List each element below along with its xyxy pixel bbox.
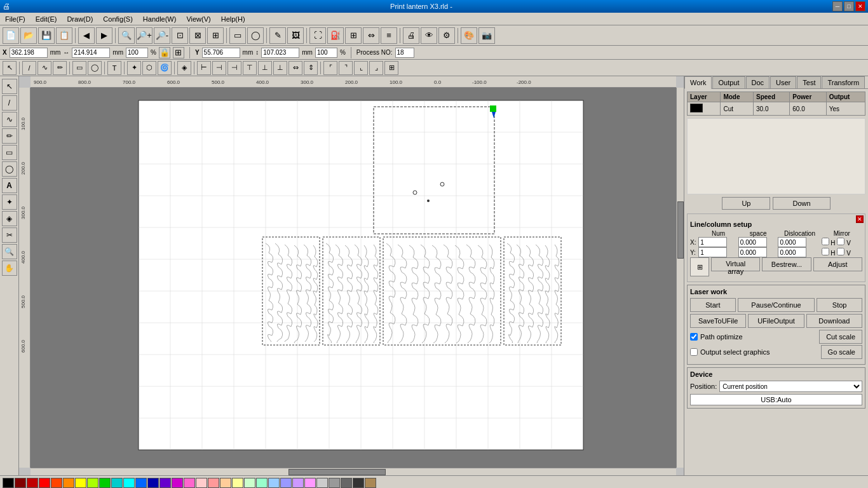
color-red[interactable] — [39, 478, 50, 488]
back-button[interactable]: ◀ — [78, 27, 95, 44]
array-button[interactable]: ⊞ — [345, 27, 362, 44]
download-button[interactable]: Download — [806, 314, 862, 328]
layer-row-0[interactable]: Cut 30.0 60.0 Yes — [688, 102, 865, 116]
x-input[interactable] — [10, 48, 48, 58]
menu-file[interactable]: File(F) — [1, 14, 29, 24]
canvas-content[interactable] — [31, 88, 676, 468]
lock-ratio-button[interactable]: 🔒 — [159, 47, 170, 58]
text-tool-button[interactable]: T — [107, 61, 121, 75]
down-button[interactable]: Down — [773, 197, 830, 210]
lt-hand[interactable]: ✋ — [2, 261, 17, 276]
zoom-out-button[interactable]: 🔎- — [154, 27, 170, 44]
node-tool-button[interactable]: ◈ — [177, 61, 191, 75]
zoom-sel-button[interactable]: ⊠ — [189, 27, 206, 44]
corner-tl-button[interactable]: ⌜ — [323, 61, 337, 75]
color-lavender[interactable] — [280, 478, 292, 488]
color-light-purple[interactable] — [292, 478, 304, 488]
menu-config[interactable]: Config(S) — [99, 14, 136, 24]
tab-transform[interactable]: Transform — [822, 76, 865, 88]
circle-draw-button[interactable]: ◯ — [88, 61, 102, 75]
color-teal[interactable] — [111, 478, 123, 488]
zoom-rect-button[interactable]: 🔍 — [118, 27, 135, 44]
color-blue[interactable] — [135, 478, 147, 488]
zoom-fit-button[interactable]: ⊡ — [172, 27, 188, 44]
align-right-button[interactable]: ⊣ — [227, 61, 241, 75]
color-purple[interactable] — [159, 478, 171, 488]
new-button[interactable]: 📄 — [3, 27, 19, 44]
percent2-input[interactable] — [315, 48, 337, 58]
zoom-in-button[interactable]: 🔎+ — [136, 27, 153, 44]
align-left-button[interactable]: ⊢ — [197, 61, 211, 75]
color-sky[interactable] — [268, 478, 280, 488]
color-red2[interactable] — [27, 478, 38, 488]
y-space-input[interactable] — [738, 247, 767, 257]
color-dark-gray[interactable] — [341, 478, 352, 488]
bezier-tool-button[interactable]: ∿ — [37, 61, 51, 75]
rect-tool-button[interactable]: ▭ — [229, 27, 246, 44]
maximize-button[interactable]: □ — [844, 1, 854, 11]
start-button[interactable]: Start — [690, 298, 736, 312]
select-tool-button[interactable]: ↖ — [3, 61, 17, 75]
pointer-tool[interactable]: ↖ — [2, 79, 17, 94]
height-input[interactable] — [261, 48, 299, 58]
canvas-area[interactable]: 900.0 800.0 700.0 600.0 500.0 400.0 300.… — [19, 76, 684, 475]
rect-draw-button[interactable]: ▭ — [72, 61, 86, 75]
hscroll-thumb[interactable] — [288, 469, 385, 475]
y-disloc-input[interactable] — [778, 247, 806, 257]
corner-br-button[interactable]: ⌟ — [369, 61, 383, 75]
lt-ellipse[interactable]: ◯ — [2, 161, 17, 177]
color-charcoal[interactable] — [353, 478, 364, 488]
linecolumn-close[interactable]: ✕ — [856, 215, 864, 223]
color-green[interactable] — [99, 478, 111, 488]
grid-button[interactable]: ⊞ — [173, 47, 184, 58]
polygon-tool-button[interactable]: ⬡ — [142, 61, 156, 75]
adjust-button[interactable]: Adjust — [813, 257, 862, 271]
position-select[interactable]: Current position — [719, 381, 862, 392]
output-select-check[interactable] — [690, 348, 698, 356]
color-light-violet[interactable] — [304, 478, 316, 488]
go-scale-button[interactable]: Go scale — [821, 345, 862, 359]
zoom-all-button[interactable]: ⊞ — [207, 27, 224, 44]
x-mirror-v-check[interactable] — [837, 238, 844, 245]
spiral-tool-button[interactable]: 🌀 — [158, 61, 172, 75]
lt-cut[interactable]: ✂ — [2, 227, 17, 243]
color-tan[interactable] — [365, 478, 376, 488]
full-align-button[interactable]: ⊞ — [384, 61, 398, 75]
tab-work[interactable]: Work — [684, 76, 712, 89]
color-orange-dark[interactable] — [51, 478, 62, 488]
preview-button[interactable]: 👁 — [421, 27, 437, 44]
lt-zoom[interactable]: 🔍 — [2, 244, 17, 259]
align-bottom-button[interactable]: ⊥ — [273, 61, 287, 75]
width-input[interactable] — [72, 48, 110, 58]
forward-button[interactable]: ▶ — [96, 27, 112, 44]
up-button[interactable]: Up — [722, 197, 770, 210]
pen-tool-button[interactable]: ✏ — [53, 61, 67, 75]
bestrew-button[interactable]: Bestrew... — [762, 257, 811, 271]
tab-output[interactable]: Output — [712, 76, 745, 88]
color-light-pink[interactable] — [196, 478, 207, 488]
open-button[interactable]: 📂 — [20, 27, 37, 44]
color-peach[interactable] — [220, 478, 231, 488]
percent1-input[interactable] — [126, 48, 148, 58]
x-num-input[interactable] — [698, 237, 727, 247]
menu-edit[interactable]: Edit(E) — [32, 14, 61, 24]
corner-tr-button[interactable]: ⌝ — [339, 61, 353, 75]
scrollbar-vertical[interactable] — [676, 88, 684, 468]
lt-pen[interactable]: ✏ — [2, 128, 17, 144]
align-button[interactable]: ≡ — [381, 27, 397, 44]
lt-star[interactable]: ✦ — [2, 194, 17, 210]
scrollbar-horizontal[interactable] — [31, 468, 676, 475]
ungroup-button[interactable]: ⛽ — [327, 27, 344, 44]
align-top-button[interactable]: ⊤ — [243, 61, 257, 75]
laser-print-button[interactable]: 🖨 — [403, 27, 419, 44]
machine-button[interactable]: ⚙ — [438, 27, 455, 44]
save-to-u-button[interactable]: SaveToUFile — [690, 314, 746, 328]
lt-node[interactable]: ◈ — [2, 211, 17, 226]
color-gray[interactable] — [329, 478, 340, 488]
save-button[interactable]: 💾 — [38, 27, 55, 44]
menu-draw[interactable]: Draw(D) — [63, 14, 97, 24]
lt-line[interactable]: / — [2, 95, 17, 111]
y-mirror-v-check[interactable] — [837, 248, 844, 255]
star-tool-button[interactable]: ✦ — [127, 61, 141, 75]
distribute-h-button[interactable]: ⇔ — [288, 61, 302, 75]
